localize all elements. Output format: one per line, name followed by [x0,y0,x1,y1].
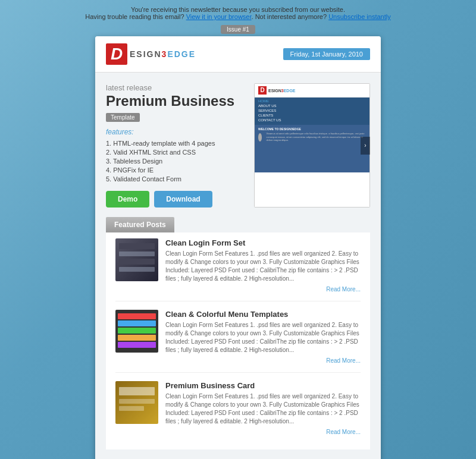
feature-item: 2. Valid XHTML Strict and CSS [106,149,246,156]
menu-row-yellow [118,335,156,341]
latest-release-label: latest release [106,83,246,92]
read-more-2[interactable]: Read More... [165,357,361,364]
post-thumb-3 [115,381,158,424]
date-badge: Friday, 1st January, 2010 [283,48,371,60]
post-content-3: Premium Business Card Clean Login Form S… [165,381,361,435]
post-item-2: Clean & Colorful Menu Templates Clean Lo… [115,310,361,373]
feature-item: 3. Tableless Design [106,158,246,165]
read-more-1[interactable]: Read More... [165,286,361,293]
post-title-1: Clean Login Form Set [165,238,361,247]
feature-item: 4. PNGFix for IE [106,166,246,174]
issue-badge: Issue #1 [221,25,255,34]
feature-item: 5. Validated Contact Form [106,175,246,183]
logo: D ESIGN3EDGE [106,43,196,65]
post-title-3: Premium Business Card [165,381,361,390]
mockup-nav-services: SERVICES [258,109,366,112]
mockup-window: D ESIGN3EDGE HOME ABOUT US SERVICES CLIE… [254,83,370,208]
post-content-2: Clean & Colorful Menu Templates Clean Lo… [165,310,361,364]
post-title-2: Clean & Colorful Menu Templates [165,310,361,319]
mockup-nav-contact: CONTACT US [258,118,366,122]
not-interested-text: Not interested anymore? [255,13,327,20]
post-item-1: Clean Login Form Set Clean Login Form Se… [115,238,361,301]
thumb-row [119,259,155,265]
thumb-row [119,267,155,272]
preview-image: D ESIGN3EDGE HOME ABOUT US SERVICES CLIE… [254,83,370,208]
preview-next-arrow[interactable]: › [361,137,370,155]
post-desc-3: Clean Login Form Set Features 1. .psd fi… [165,392,361,426]
feature-item: 1. HTML-ready template with 4 pages [106,140,246,147]
unsubscribe-link[interactable]: Unsubscribe instantly [328,13,391,20]
read-more-3[interactable]: Read More... [165,429,361,435]
notice-text: You're receiving this newsletter because… [131,6,345,13]
mockup-header: D ESIGN3EDGE [255,84,369,98]
featured-posts-header: Featured Posts [106,217,174,232]
features-label: features: [106,128,246,136]
menu-row-red [118,313,156,319]
logo-text: ESIGN3EDGE [130,49,196,59]
features-list: 1. HTML-ready template with 4 pages 2. V… [106,140,246,183]
post-thumb-1 [115,238,158,281]
view-in-browser-link[interactable]: View it in your browser [186,13,252,20]
newsletter-container: D ESIGN3EDGE Friday, 1st January, 2010 l… [95,36,381,459]
mockup-nav: HOME ABOUT US SERVICES CLIENTS CONTACT U… [255,98,369,125]
premium-title: Premium Business [106,93,246,109]
main-content: latest release Premium Business Template… [95,73,381,459]
mockup-nav-clients: CLIENTS [258,114,366,117]
logo-d-letter: D [106,43,127,65]
post-content-1: Clean Login Form Set Clean Login Form Se… [165,238,361,293]
post-thumb-2 [115,310,158,353]
mockup-logo-text: ESIGN3EDGE [268,89,296,93]
mockup-logo-d: D [258,86,267,95]
action-buttons: Demo Download [106,191,246,208]
mockup-nav-about: ABOUT US [258,104,366,108]
demo-button[interactable]: Demo [106,191,149,208]
thumb-row [119,251,155,256]
release-section: latest release Premium Business Template… [106,83,370,208]
thumb-row [119,243,155,249]
post-desc-1: Clean Login Form Set Features 1. .psd fi… [165,250,361,283]
post-desc-2: Clean Login Form Set Features 1. .psd fi… [165,321,361,354]
top-notice-bar: You're receiving this newsletter because… [85,6,390,20]
download-button[interactable]: Download [154,191,212,208]
trouble-text: Having trouble reading this email? [85,13,184,20]
mockup-body-title: WELCOME TO DESIGN3EDGE [258,127,366,131]
featured-posts-list: Clean Login Form Set Clean Login Form Se… [106,232,370,449]
featured-section: Featured Posts Clean Login Form Set [106,217,370,449]
thumb-login-visual [115,238,158,276]
menu-row-blue [118,320,156,326]
post-item-3: Premium Business Card Clean Login Form S… [115,381,361,444]
header-section: D ESIGN3EDGE Friday, 1st January, 2010 [95,36,381,73]
release-text: latest release Premium Business Template… [106,83,246,208]
mockup-body: WELCOME TO DESIGN3EDGE Vivamus sit amet … [255,125,369,172]
menu-row-green [118,328,156,334]
mockup-body-text: Vivamus sit amet odio pellentesque odio … [266,132,366,142]
mockup-nav-home: HOME [258,99,366,103]
mockup-avatar [258,133,262,142]
menu-row-purple [118,342,156,348]
template-badge: Template [106,113,140,122]
